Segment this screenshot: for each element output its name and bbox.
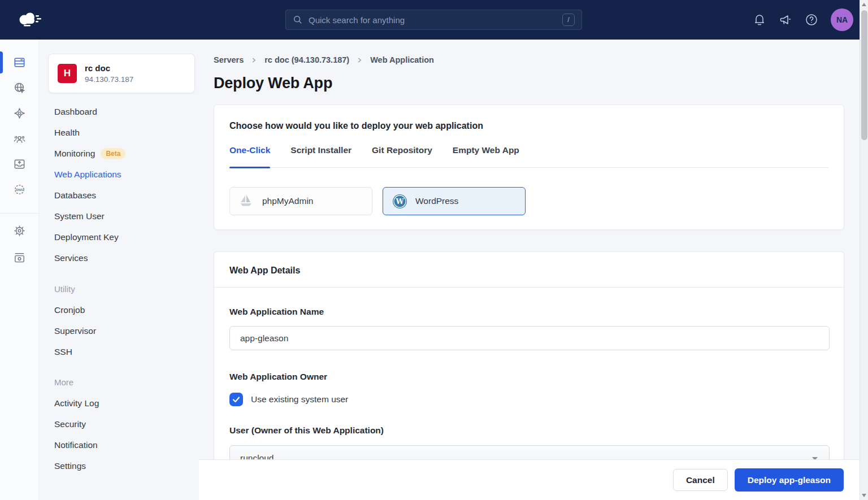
- page-scrollbar[interactable]: [860, 0, 868, 500]
- deploy-tabs: One-Click Script Installer Git Repositor…: [229, 145, 828, 168]
- use-existing-system-user-checkbox[interactable]: [229, 393, 243, 406]
- spark-icon[interactable]: [13, 107, 26, 120]
- sidebar-item-activity-log[interactable]: Activity Log: [39, 393, 199, 414]
- details-card-heading: Web App Details: [214, 252, 844, 288]
- icon-rail: DNS: [0, 40, 39, 500]
- web-application-owner-label: Web Application Owner: [229, 372, 828, 382]
- wordpress-icon: W: [392, 194, 407, 209]
- tab-git-repository[interactable]: Git Repository: [372, 145, 432, 167]
- sidebar-item-system-user[interactable]: System User: [39, 206, 199, 227]
- tab-script-installer[interactable]: Script Installer: [290, 145, 351, 167]
- sidebar-item-label: Notification: [54, 440, 98, 450]
- footer-action-bar: Cancel Deploy app-gleason: [199, 459, 868, 500]
- breadcrumb: Servers rc doc (94.130.73.187) Web Appli…: [214, 55, 434, 64]
- option-label: phpMyAdmin: [262, 196, 313, 206]
- servers-icon[interactable]: [13, 56, 26, 69]
- server-ip: 94.130.73.187: [85, 75, 133, 84]
- web-apps-globe-icon[interactable]: [13, 81, 26, 94]
- sidebar-item-security[interactable]: Security: [39, 414, 199, 434]
- chevron-right-icon: [251, 58, 257, 63]
- sidebar-item-label: Dashboard: [54, 107, 97, 117]
- sidebar-section-utility: Utility: [39, 279, 199, 299]
- sidebar-item-settings[interactable]: Settings: [39, 455, 199, 476]
- top-navbar: / NA: [0, 0, 868, 40]
- server-name: rc doc: [85, 63, 133, 73]
- sidebar: H rc doc 94.130.73.187 Dashboard Health …: [39, 40, 199, 500]
- scroll-up-arrow-icon[interactable]: [862, 3, 866, 6]
- beta-badge: Beta: [101, 148, 125, 159]
- sidebar-item-databases[interactable]: Databases: [39, 185, 199, 206]
- check-icon: [232, 395, 240, 403]
- announcements-megaphone-icon[interactable]: [779, 13, 792, 27]
- hetzner-provider-icon: H: [58, 64, 77, 83]
- tab-empty-web-app[interactable]: Empty Web App: [453, 145, 519, 167]
- cancel-button[interactable]: Cancel: [673, 469, 728, 491]
- rail-divider: [0, 213, 39, 214]
- sidebar-item-ssh[interactable]: SSH: [39, 341, 199, 362]
- sidebar-item-web-applications[interactable]: Web Applications: [39, 164, 199, 185]
- web-application-name-label: Web Application Name: [229, 307, 828, 317]
- web-application-name-input[interactable]: [229, 326, 830, 350]
- deploy-card-heading: Choose how would you like to deploy your…: [229, 121, 828, 131]
- sidebar-item-label: Services: [54, 253, 88, 263]
- deploy-button[interactable]: Deploy app-gleason: [735, 468, 844, 492]
- sidebar-item-supervisor[interactable]: Supervisor: [39, 320, 199, 341]
- option-wordpress[interactable]: W WordPress: [383, 187, 526, 215]
- sidebar-item-label: Web Applications: [54, 169, 121, 180]
- user-avatar[interactable]: NA: [831, 8, 853, 31]
- quick-search-bar[interactable]: /: [285, 10, 582, 30]
- scroll-down-arrow-icon[interactable]: [862, 494, 866, 497]
- use-existing-system-user-label: Use existing system user: [251, 394, 348, 405]
- server-card[interactable]: H rc doc 94.130.73.187: [48, 54, 195, 93]
- search-shortcut-badge: /: [562, 14, 575, 26]
- notifications-bell-icon[interactable]: [753, 13, 766, 27]
- option-label: WordPress: [415, 196, 458, 206]
- tab-one-click[interactable]: One-Click: [229, 145, 270, 167]
- sidebar-item-services[interactable]: Services: [39, 247, 199, 268]
- snapshot-camera-icon[interactable]: [13, 251, 26, 264]
- sidebar-item-dashboard[interactable]: Dashboard: [39, 101, 199, 122]
- use-existing-system-user-row[interactable]: Use existing system user: [229, 393, 828, 406]
- sidebar-item-label: Security: [54, 419, 86, 429]
- sidebar-item-label: SSH: [54, 347, 72, 357]
- team-icon[interactable]: [13, 133, 26, 146]
- deploy-method-card: Choose how would you like to deploy your…: [214, 105, 844, 230]
- scrollbar-thumb[interactable]: [861, 10, 867, 140]
- chevron-right-icon: [357, 58, 362, 63]
- sidebar-item-health[interactable]: Health: [39, 122, 199, 143]
- user-owner-label: User (Owner of this Web Application): [229, 425, 828, 436]
- main-content: Servers rc doc (94.130.73.187) Web Appli…: [199, 40, 860, 500]
- svg-text:DNS: DNS: [16, 188, 23, 192]
- search-icon: [293, 15, 303, 25]
- active-rail-indicator: [0, 51, 3, 73]
- sidebar-section-more: More: [39, 372, 199, 393]
- breadcrumb-servers[interactable]: Servers: [214, 55, 244, 64]
- sidebar-item-label: Health: [54, 128, 80, 138]
- sidebar-item-label: Databases: [54, 190, 96, 201]
- breadcrumb-web-application[interactable]: Web Application: [370, 55, 434, 64]
- sidebar-item-label: Settings: [54, 461, 86, 471]
- sidebar-item-label: Monitoring: [54, 149, 95, 159]
- runcloud-logo-icon[interactable]: [16, 10, 45, 30]
- help-icon[interactable]: [805, 13, 818, 27]
- backup-inbox-icon[interactable]: [13, 158, 26, 171]
- phpmyadmin-sailboat-icon: [239, 194, 254, 209]
- settings-gear-icon[interactable]: [13, 224, 26, 237]
- sidebar-item-label: Activity Log: [54, 398, 99, 408]
- search-input[interactable]: [309, 15, 562, 25]
- sidebar-item-cronjob[interactable]: Cronjob: [39, 299, 199, 320]
- sidebar-item-label: Supervisor: [54, 326, 96, 336]
- sidebar-item-label: Deployment Key: [54, 232, 119, 242]
- sidebar-item-monitoring[interactable]: Monitoring Beta: [39, 143, 199, 164]
- sidebar-item-label: Cronjob: [54, 305, 85, 315]
- dns-icon[interactable]: DNS: [13, 183, 26, 196]
- sidebar-item-deployment-key[interactable]: Deployment Key: [39, 227, 199, 247]
- breadcrumb-server[interactable]: rc doc (94.130.73.187): [264, 55, 349, 64]
- sidebar-item-notification[interactable]: Notification: [39, 434, 199, 455]
- sidebar-item-label: System User: [54, 211, 105, 221]
- option-phpmyadmin[interactable]: phpMyAdmin: [229, 187, 372, 215]
- page-title: Deploy Web App: [214, 75, 332, 92]
- svg-text:W: W: [395, 197, 404, 206]
